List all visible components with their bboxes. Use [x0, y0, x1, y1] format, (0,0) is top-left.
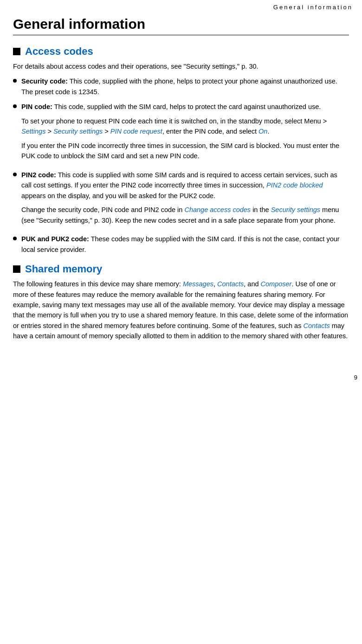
- pin-code-extra2: If you enter the PIN code incorrectly th…: [21, 141, 349, 161]
- link-contacts-1: Contacts: [217, 280, 244, 288]
- section-heading-shared-memory: Shared memory: [13, 263, 349, 275]
- section-title-access-codes: Access codes: [25, 45, 93, 58]
- header-title: General information: [273, 4, 353, 11]
- section-shared-memory: Shared memory The following features in …: [13, 263, 349, 341]
- bullet-dot-3: [13, 173, 17, 176]
- section-heading-access-codes: Access codes: [13, 45, 349, 58]
- access-codes-bullet-list: Security code: This code, supplied with …: [13, 76, 349, 255]
- shared-memory-intro: The following features in this device ma…: [13, 279, 349, 341]
- bullet-content-3: PIN2 code: This code is supplied with so…: [21, 170, 349, 229]
- page-number: 9: [0, 374, 362, 381]
- link-contacts-2: Contacts: [303, 322, 330, 329]
- section-title-shared-memory: Shared memory: [25, 263, 102, 275]
- bullet-dot-2: [13, 104, 17, 108]
- link-messages: Messages: [183, 280, 213, 288]
- bullet-pin-code: PIN code: This code, supplied with the S…: [13, 102, 349, 165]
- pin2-code-term: PIN2 code:: [21, 171, 56, 179]
- section-square-icon-2: [13, 265, 20, 273]
- bullet-content-4: PUK and PUK2 code: These codes may be su…: [21, 234, 349, 255]
- bullet-puk-code: PUK and PUK2 code: These codes may be su…: [13, 234, 349, 255]
- link-on: On: [259, 128, 267, 135]
- access-codes-intro: For details about access codes and their…: [13, 61, 349, 71]
- page-container: General information Access codes For det…: [0, 16, 362, 365]
- link-change-access-codes: Change access codes: [184, 206, 251, 213]
- security-code-term: Security code:: [21, 77, 68, 85]
- pin2-code-extra: Change the security code, PIN code and P…: [21, 205, 349, 225]
- bullet-pin2-code: PIN2 code: This code is supplied with so…: [13, 170, 349, 229]
- pin2-code-text: This code is supplied with some SIM card…: [21, 171, 337, 200]
- link-security-settings-1: Security settings: [53, 128, 103, 135]
- link-pin-code-request: PIN code request: [110, 128, 162, 135]
- bullet-content-1: Security code: This code, supplied with …: [21, 76, 349, 97]
- bullet-security-code: Security code: This code, supplied with …: [13, 76, 349, 97]
- puk-code-term: PUK and PUK2 code:: [21, 235, 89, 243]
- link-composer: Composer: [261, 280, 292, 288]
- link-security-settings-2: Security settings: [271, 206, 320, 213]
- section-access-codes: Access codes For details about access co…: [13, 45, 349, 255]
- pin-code-text: This code, supplied with the SIM card, h…: [54, 103, 321, 110]
- header-bar: General information: [0, 0, 362, 13]
- title-divider: [13, 35, 349, 35]
- pin-code-term: PIN code:: [21, 103, 52, 110]
- link-pin2-blocked: PIN2 code blocked: [266, 181, 323, 189]
- pin-code-extra1: To set your phone to request PIN code ea…: [21, 116, 349, 137]
- page-title: General information: [13, 16, 349, 32]
- bullet-dot-1: [13, 79, 17, 83]
- page-number-text: 9: [354, 374, 357, 381]
- security-code-body: This code, supplied with the phone, help…: [21, 77, 337, 95]
- link-settings: Settings: [21, 128, 45, 135]
- section-square-icon: [13, 48, 20, 55]
- bullet-content-2: PIN code: This code, supplied with the S…: [21, 102, 349, 165]
- bullet-dot-4: [13, 237, 17, 240]
